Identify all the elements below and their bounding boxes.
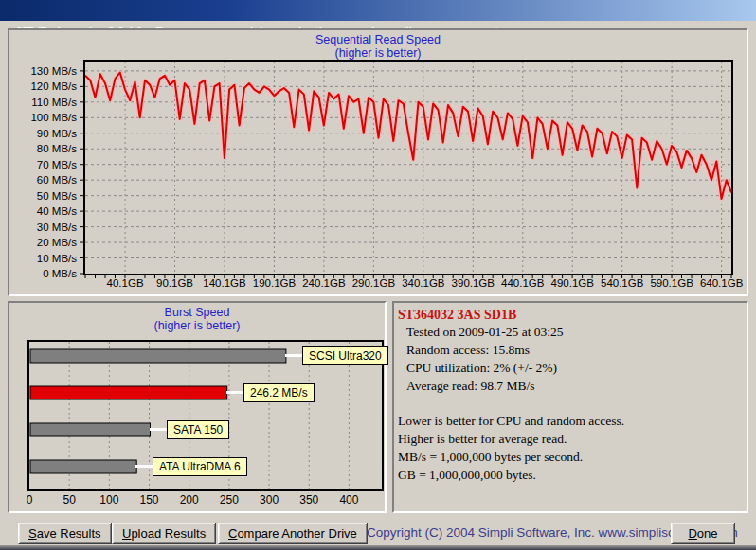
x-axis-tick-label: 90.1GB (156, 277, 193, 289)
y-axis-tick-label: 10 MB/s (37, 253, 77, 264)
bar-label-connector (150, 428, 167, 431)
x-axis-tick-label: 590.1GB (650, 277, 693, 289)
x-axis-tick-label: 140.1GB (203, 277, 246, 289)
bar-label: 246.2 MB/s (243, 383, 315, 402)
burst-bar (30, 349, 286, 363)
note-lower-better: Lower is better for CPU and random acces… (398, 412, 743, 430)
burst-bar (30, 423, 151, 436)
bar-label: SATA 150 (167, 420, 229, 439)
burst-axis-tick-label: 350 (299, 493, 318, 506)
sequential-read-panel: Sequential Read Speed (higher is better)… (8, 28, 748, 296)
y-axis-tick-label: 50 MB/s (37, 190, 77, 202)
bar-label: ATA UltraDMA 6 (153, 457, 247, 476)
sequential-read-chart: 0 MB/s10 MB/s20 MB/s30 MB/s40 MB/s50 MB/… (9, 60, 747, 293)
bar-label: SCSI Ultra320 (302, 346, 388, 365)
burst-axis-tick-label: 150 (140, 493, 159, 506)
note-gb-def: GB = 1,000,000,000 bytes. (398, 466, 743, 484)
y-axis-tick-label: 70 MB/s (37, 159, 77, 170)
x-axis-tick-label: 290.1GB (352, 277, 396, 289)
x-axis-tick-label: 540.1GB (601, 277, 644, 289)
x-axis-tick-label: 640.1GB (700, 277, 744, 289)
burst-chart-title: Burst Speed (9, 303, 385, 319)
x-axis-tick-label: 440.1GB (501, 277, 545, 289)
y-axis-tick-label: 110 MB/s (31, 97, 77, 108)
burst-axis-tick-label: 50 (63, 493, 76, 506)
sequential-chart-title: Sequential Read Speed (9, 30, 747, 46)
burst-axis-tick-label: 400 (339, 493, 358, 506)
drive-model-title: ST364032 3AS SD1B (398, 307, 743, 323)
upload-results-button[interactable]: Upload Results (112, 523, 216, 544)
y-axis-tick-label: 40 MB/s (37, 205, 77, 217)
sequential-chart-subtitle: (higher is better) (9, 46, 747, 60)
random-access-line: Random access: 15.8ms (398, 341, 743, 359)
window-bottom-edge (0, 545, 756, 550)
burst-axis-tick-label: 100 (99, 493, 118, 506)
y-axis-tick-label: 80 MB/s (37, 143, 77, 154)
burst-chart-subtitle: (higher is better) (9, 319, 385, 332)
bar-label-connector (226, 391, 243, 394)
bar-label-connector (135, 465, 153, 468)
x-axis-tick-label: 190.1GB (253, 277, 297, 289)
burst-axis-tick-label: 300 (260, 493, 279, 506)
note-higher-better: Higher is better for average read. (398, 430, 743, 448)
tested-on-line: Tested on 2009-01-25 at 03:25 (398, 323, 743, 341)
y-axis-tick-label: 90 MB/s (37, 128, 77, 139)
note-mbs-def: MB/s = 1,000,000 bytes per second. (398, 448, 743, 466)
y-axis-tick-label: 100 MB/s (30, 112, 77, 123)
x-axis-tick-label: 490.1GB (551, 277, 595, 289)
x-axis-tick-label: 40.1GB (107, 277, 144, 289)
x-axis-tick-label: 340.1GB (402, 277, 445, 289)
save-results-button[interactable]: Save Results (18, 523, 112, 544)
title-bar: HD Tach version 3.0.4.0 - For non-commer… (0, 0, 756, 21)
y-axis-tick-label: 60 MB/s (37, 174, 77, 186)
average-read-line: Average read: 98.7 MB/s (398, 377, 743, 395)
y-axis-tick-label: 0 MB/s (43, 268, 77, 279)
burst-axis-tick-label: 250 (220, 493, 239, 506)
y-axis-tick-label: 130 MB/s (30, 65, 77, 77)
burst-speed-panel: Burst Speed (higher is better) 050100150… (8, 301, 387, 513)
burst-bar (30, 386, 227, 399)
x-axis-tick-label: 240.1GB (302, 277, 346, 289)
compare-another-drive-button[interactable]: Compare Another Drive (218, 523, 368, 544)
y-axis-tick-label: 120 MB/s (30, 80, 77, 92)
burst-chart-body: 050100150200250300350400 SCSI Ultra32024… (9, 332, 385, 508)
drive-info-body: ST364032 3AS SD1B Tested on 2009-01-25 a… (394, 303, 747, 484)
drive-info-panel: ST364032 3AS SD1B Tested on 2009-01-25 a… (392, 301, 748, 513)
burst-bar (30, 460, 136, 473)
cpu-utilization-line: CPU utilization: 2% (+/- 2%) (398, 359, 743, 377)
y-axis-tick-label: 20 MB/s (37, 237, 77, 248)
burst-axis-tick-label: 200 (180, 493, 199, 506)
info-spacer (398, 395, 743, 412)
burst-axis-tick-label: 0 (27, 493, 33, 506)
done-button[interactable]: Done (671, 523, 735, 544)
hd-tach-window: HD Tach version 3.0.4.0 - For non-commer… (0, 0, 756, 550)
y-axis-tick-label: 30 MB/s (37, 222, 77, 233)
x-axis-tick-label: 390.1GB (452, 277, 495, 289)
bar-label-connector (285, 354, 302, 357)
